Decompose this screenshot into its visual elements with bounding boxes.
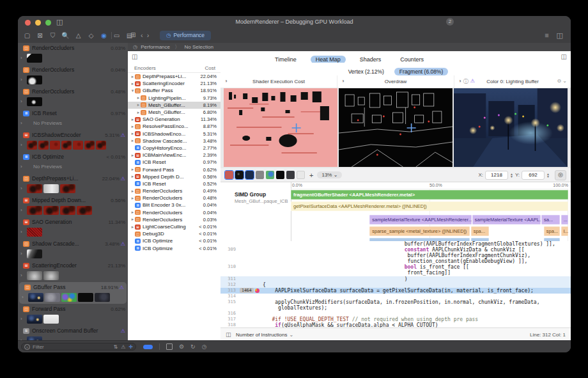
disclosure-chevron-icon[interactable]: › [20,120,27,126]
attachment-thumbnail[interactable] [27,75,42,84]
attachment-thumbnail[interactable] [43,271,59,280]
disclosure-chevron-icon[interactable]: ▸ [130,174,135,179]
code-line[interactable]: 3131464AAPLPixelSurfaceData surfaceData … [220,288,571,294]
encoder-row[interactable]: ≣ICB Reset0.97% [128,159,220,166]
disclosure-chevron-icon[interactable]: ▸ [136,102,141,107]
disclosure-chevron-icon[interactable]: ▸ [130,196,135,201]
attachment-thumbnail[interactable] [77,206,92,215]
flame-segment[interactable]: sampleMaterialTexture <AAPL... [472,215,541,224]
sidebar-pass-item[interactable]: ⊞ScatteringEncoder21.13%› [18,260,128,282]
attachment-thumbnail[interactable] [50,141,60,150]
disclosure-chevron-icon[interactable]: › [20,98,27,104]
encoder-row[interactable]: ▸⊞ScatteringEncoder21.13% [128,80,220,87]
flame-segment[interactable]: getPixelSurfaceData <AAPLMeshRenderer.me… [291,201,568,211]
flame-segment[interactable]: spa... [544,226,561,236]
encoder-row[interactable]: ▸⊞SAO Generation11.34% [128,116,220,123]
disclosure-chevron-icon[interactable]: ▾ [130,88,135,93]
attachment-thumbnail[interactable] [27,206,42,215]
code-line[interactable]: 316 [220,311,571,317]
disclosure-chevron-icon[interactable]: ▸ [130,153,135,158]
sidebar-pass-item[interactable]: ⊞SAO Generation11.34%› [18,217,128,239]
encoder-row[interactable]: ▸◫LightingPipelin...9.73% [128,95,220,102]
add-filter-icon[interactable]: ✛ [128,344,133,350]
code-line[interactable]: function_constant(gEnableDebugView) ]], [220,258,571,264]
encoder-row[interactable]: ▸◫RenderOccluders0.03% [128,216,220,223]
sidebar-pass-item[interactable]: ◫RenderOccluders0.03%› [18,43,128,65]
disclosure-chevron-icon[interactable]: ▸ [130,167,135,172]
minus-circle-icon[interactable]: ⊖ [557,78,562,84]
flame-segment[interactable]: sparse_sample <metal_texture> ([INLINED]… [369,226,470,236]
attachment-thumbnail[interactable] [45,293,60,302]
stop-button[interactable] [166,343,173,350]
sidebar-pass-item[interactable]: ◫Shadow Cascade...3.48%⚠› [18,239,128,260]
attachment-select-thumb[interactable] [276,171,284,179]
breadcrumb-selection[interactable]: No Selection [184,44,213,50]
encoder-row[interactable]: ▸◫Shadow Cascade...3.48% [128,138,220,145]
y-stepper[interactable]: ▲▼ [546,173,550,178]
code-line[interactable]: 310bool is_front_face [[ [220,264,571,270]
code-line[interactable]: 312{ [220,282,571,288]
chevron-down-icon[interactable]: ⌄ [562,78,567,84]
zoom-level-dropdown[interactable]: 13% ⌄ [317,171,342,178]
history-back-forward[interactable]: ‹› [141,31,153,39]
sidebar-pass-item[interactable]: ◫Forward Pass0.62%› [18,304,128,326]
close-box-icon[interactable]: ⊠ [36,31,44,40]
encoder-row[interactable]: ▸◫Forward Pass0.62% [128,166,220,173]
sidebar-pass-item[interactable]: ⊞Mipped Depth Down...0.56%› [18,195,128,217]
annotation-options-icon[interactable]: ◫ [226,331,231,338]
code-line[interactable]: buffer(AAPLBufferIndexFragmentGlobalText… [220,241,571,247]
warning-icon[interactable]: ⚠ [121,176,125,182]
attachment-select-thumb[interactable] [266,171,274,179]
flame-segment[interactable]: sa... [541,215,561,224]
disclosure-chevron-icon[interactable]: › [20,272,27,278]
breakpoint-icon[interactable]: ◇ [87,31,95,40]
code-line[interactable]: globalTextures); [220,305,571,311]
attachment-thumbnail[interactable] [43,184,59,193]
shader-execution-cost-image[interactable] [224,88,337,167]
disclosure-chevron-icon[interactable]: ▸ [130,224,135,230]
encoder-row[interactable]: ▾◫GBuffer Pass18.91% [128,87,220,94]
attachment-thumbnail[interactable] [27,54,42,63]
disclosure-chevron-icon[interactable]: › [20,142,27,148]
encoder-row[interactable]: ▸⊞ICBMainViewEnc...2.39% [128,152,220,159]
attachment-select-thumb[interactable] [245,171,254,179]
tab-performance[interactable]: ◷Performance [160,31,211,40]
code-line[interactable]: 314 [220,294,571,299]
disclosure-chevron-icon[interactable]: ▸ [130,210,135,215]
code-line[interactable]: 317#if !USE_EQUAL_DEPTH_TEST // not requ… [220,317,571,322]
attachment-thumbnail[interactable] [27,141,37,150]
disclosure-chevron-icon[interactable]: › [20,207,27,213]
disclosure-chevron-icon[interactable]: ▸ [130,131,135,136]
encoder-row[interactable]: ▸◫RenderOccluders0.04% [128,209,220,216]
disclosure-chevron-icon[interactable]: › [20,316,27,322]
encoder-row[interactable]: ▸⊞Mipped Depth D...0.56% [128,173,220,180]
attachment-thumbnail[interactable] [84,141,95,150]
attachment-select-thumb[interactable] [256,171,264,179]
encoder-row[interactable]: ≣CopyHistoryEnco...2.77% [128,145,220,152]
sidebar-pass-item[interactable]: ◫RenderOccluders0.48%› [18,86,128,108]
attachment-thumbnail[interactable] [27,249,42,258]
warning-icon[interactable]: ⚠ [121,132,125,138]
attachment-select-thumb[interactable] [286,171,295,179]
disclosure-chevron-icon[interactable]: › [20,77,27,83]
disclosure-chevron-icon[interactable]: ▸ [130,189,135,194]
encoder-row[interactable]: ▸◫ResolvePassEnco...8.87% [128,123,220,130]
flame-segment[interactable]: fragmentGBufferShader <AAPLMeshRenderer.… [291,190,568,200]
annotation-mode-dropdown[interactable]: Number of Instructions⌄ [236,332,293,338]
code-line[interactable]: front_facing]] [220,270,571,276]
attachment-select-thumb[interactable] [235,171,244,179]
disclosure-chevron-icon[interactable]: › [20,185,27,191]
sort-icon[interactable]: ⇅ [113,344,118,350]
flame-segment[interactable]: spa... [471,226,490,236]
debug-gauge-icon[interactable]: ◉ [100,31,108,40]
encoder-row[interactable]: ≣Blit Encoder 3 0x...0.04% [128,201,220,209]
disclosure-chevron-icon[interactable]: ▸ [130,138,135,143]
sidebar-pass-item[interactable]: ≣ICB Optimize< 0.01%›No Previews [18,152,128,173]
add-attachment-button[interactable]: + [309,171,313,179]
sidebar-pass-item[interactable]: ◫DepthPrepass+Li...22.04%⚠› [18,173,128,195]
attachment-thumbnail[interactable] [60,184,75,193]
lighting-buffer-image[interactable] [454,88,568,167]
window-icon[interactable]: ▢ [23,31,31,40]
encoder-row[interactable]: ◫Debug3D< 0.01% [128,230,220,237]
encoder-row[interactable]: ≣ICB Reset0.52% [128,180,220,187]
